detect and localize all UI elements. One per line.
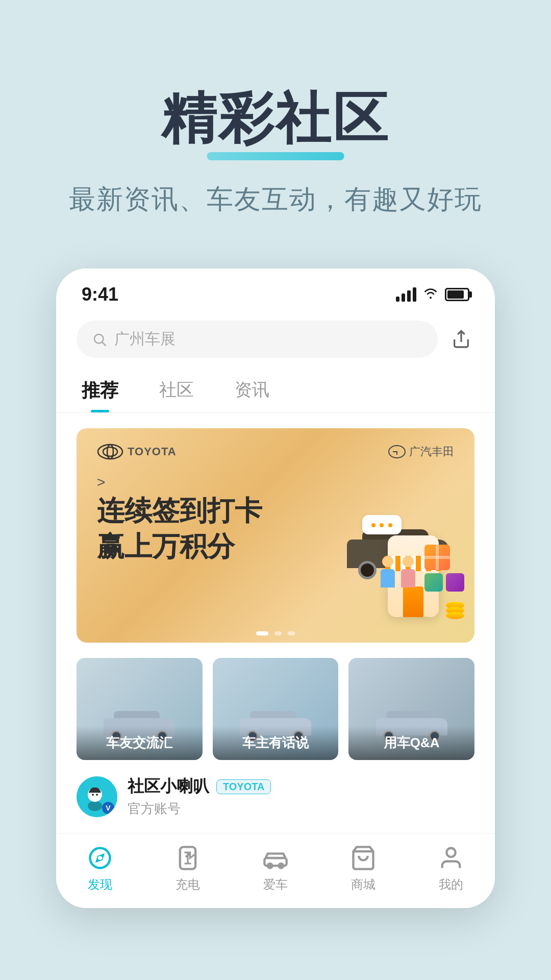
svg-point-8	[88, 801, 102, 811]
signal-icon	[396, 287, 416, 302]
banner-text: > 连续签到打卡 赢上万积分	[97, 474, 262, 564]
compass-icon	[86, 844, 114, 872]
battery-icon	[445, 288, 469, 301]
svg-point-21	[446, 848, 455, 857]
dot-2	[274, 631, 282, 635]
category-label-1: 车友交流汇	[85, 734, 194, 752]
chat-bubble-1	[362, 515, 402, 534]
category-label-2: 车主有话说	[221, 734, 331, 752]
person-1	[378, 556, 398, 597]
svg-point-4	[103, 447, 117, 456]
nav-car[interactable]: 爱车	[261, 844, 290, 893]
avatar: V	[77, 776, 117, 817]
card-overlay-3: 用车Q&A	[348, 726, 474, 760]
category-cards: 车友交流汇 车主有话说	[56, 643, 495, 760]
svg-point-18	[268, 864, 272, 868]
banner-logo-row: TOYOTA 广汽丰田	[97, 444, 454, 460]
author-tag: TOYOTA	[216, 779, 271, 794]
category-card-1[interactable]: 车友交流汇	[77, 658, 203, 760]
svg-point-10	[92, 794, 94, 796]
search-placeholder: 广州车展	[114, 329, 176, 350]
nav-charging-label: 充电	[176, 876, 200, 893]
tabs-row: 推荐 社区 资讯	[56, 363, 495, 413]
status-bar: 9:41	[56, 268, 495, 310]
shop-nav-icon	[349, 844, 378, 872]
phone-mockup: 9:41	[56, 268, 495, 908]
charging-icon	[173, 844, 202, 872]
nav-profile-label: 我的	[439, 876, 463, 893]
category-card-3[interactable]: 用车Q&A	[348, 658, 474, 760]
gac-logo: 广汽丰田	[388, 444, 454, 459]
tab-news[interactable]: 资讯	[230, 368, 274, 412]
banner-dots	[256, 623, 295, 635]
author-info: 社区小喇叭 TOYOTA 官方账号	[128, 775, 474, 818]
dot-3	[288, 631, 295, 635]
gift-boxes	[424, 545, 464, 592]
svg-text:V: V	[106, 804, 111, 812]
author-name-row: 社区小喇叭 TOYOTA	[128, 775, 474, 798]
tab-recommend[interactable]: 推荐	[77, 368, 123, 412]
status-icons	[396, 286, 469, 303]
nav-discover[interactable]: 发现	[86, 844, 114, 893]
svg-line-1	[103, 342, 106, 346]
coin-stack	[446, 602, 464, 617]
tab-community[interactable]: 社区	[154, 368, 199, 412]
category-label-3: 用车Q&A	[357, 734, 466, 752]
post-section: V 社区小喇叭 TOYOTA 官方账号	[56, 760, 495, 828]
wifi-icon	[422, 286, 439, 303]
card-overlay-2: 车主有话说	[213, 726, 339, 760]
dot-1	[256, 631, 268, 635]
author-subtitle: 官方账号	[128, 800, 474, 818]
svg-point-11	[96, 794, 98, 796]
banner-main-text-1: 连续签到打卡	[97, 493, 262, 528]
search-bar[interactable]: 广州车展	[77, 321, 438, 358]
banner-main-text-2: 赢上万积分	[97, 528, 262, 564]
nav-shop[interactable]: 商城	[349, 844, 378, 893]
nav-profile[interactable]: 我的	[437, 844, 465, 893]
car-nav-icon	[261, 844, 290, 872]
card-overlay-1: 车友交流汇	[77, 726, 203, 760]
banner[interactable]: TOYOTA 广汽丰田 > 连续签到打卡 赢上万积分	[77, 428, 474, 643]
page-subtitle: 最新资讯、车友互动，有趣又好玩	[31, 182, 520, 217]
author-name: 社区小喇叭	[128, 775, 209, 798]
page-title: 精彩社区	[161, 82, 390, 156]
search-row: 广州车展	[56, 310, 495, 363]
nav-car-label: 爱车	[263, 876, 288, 893]
post-author-row: V 社区小喇叭 TOYOTA 官方账号	[77, 775, 474, 818]
bottom-nav: 发现 充电	[56, 833, 495, 908]
nav-discover-label: 发现	[88, 876, 112, 893]
person-2	[398, 556, 418, 597]
nav-charging[interactable]: 充电	[173, 844, 202, 893]
search-icon	[92, 332, 107, 347]
svg-point-0	[94, 334, 104, 344]
toyota-logo: TOYOTA	[97, 444, 177, 460]
banner-arrow: >	[97, 474, 262, 491]
svg-point-15	[98, 856, 103, 861]
category-card-2[interactable]: 车主有话说	[213, 658, 339, 760]
hero-section: 精彩社区 最新资讯、车友互动，有趣又好玩 9:41	[0, 0, 551, 908]
banner-illustration	[337, 510, 469, 622]
svg-point-19	[279, 864, 284, 868]
share-button[interactable]	[448, 326, 474, 353]
profile-nav-icon	[437, 844, 465, 872]
nav-shop-label: 商城	[351, 876, 375, 893]
status-time: 9:41	[82, 284, 118, 305]
